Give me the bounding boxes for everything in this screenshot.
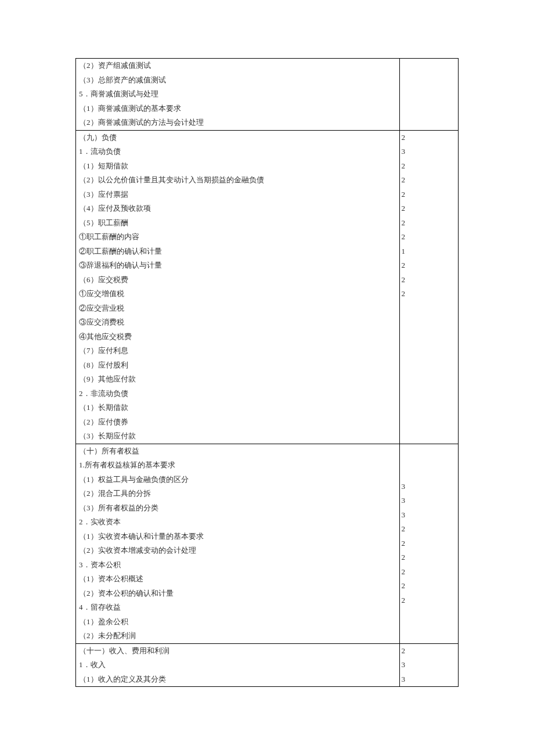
- content-cell: （十一）收入、费用和利润1．收入（1）收入的定义及其分类: [76, 643, 400, 687]
- value-item: 2: [400, 565, 458, 579]
- outline-item: （3）所有者权益的分类: [76, 501, 399, 516]
- value-item: 2: [400, 579, 458, 593]
- value-item: 3: [400, 145, 458, 159]
- outline-item: （1）长期借款: [76, 401, 399, 415]
- value-item: 1: [400, 244, 458, 259]
- outline-item: （九）负债: [76, 131, 399, 145]
- outline-item: （3）总部资产的减值测试: [76, 73, 399, 88]
- outline-item: （8）应付股利: [76, 358, 399, 373]
- outline-item: （2）资本公积的确认和计量: [76, 586, 399, 601]
- outline-item: （2）商誉减值测试的方法与会计处理: [76, 116, 399, 130]
- value-cell: [400, 59, 459, 131]
- value-item: 2: [400, 159, 458, 174]
- outline-item: （1）权益工具与金融负债的区分: [76, 473, 399, 487]
- value-item: 2: [400, 188, 458, 202]
- content-cell: （十）所有者权益1.所有者权益核算的基本要求（1）权益工具与金融负债的区分（2）…: [76, 444, 400, 643]
- value-item: 2: [400, 522, 458, 537]
- table-row: （2）资产组减值测试（3）总部资产的减值测试5．商誉减值测试与处理（1）商誉减值…: [76, 59, 459, 131]
- outline-item: （2）以公允价值计量且其变动计入当期损益的金融负债: [76, 173, 399, 188]
- outline-item: （4）应付及预收款项: [76, 201, 399, 216]
- outline-item: （1）商誉减值测试的基本要求: [76, 102, 399, 116]
- outline-item: （2）资产组减值测试: [76, 59, 399, 73]
- value-item: 3: [400, 480, 458, 494]
- table-row: （十）所有者权益1.所有者权益核算的基本要求（1）权益工具与金融负债的区分（2）…: [76, 444, 459, 643]
- outline-item: （7）应付利息: [76, 344, 399, 358]
- outline-item: （十一）收入、费用和利润: [76, 644, 399, 658]
- value-item: 2: [400, 537, 458, 551]
- table-row: （十一）收入、费用和利润1．收入（1）收入的定义及其分类233: [76, 643, 459, 687]
- content-cell: （2）资产组减值测试（3）总部资产的减值测试5．商誉减值测试与处理（1）商誉减值…: [76, 59, 400, 131]
- outline-item: ③应交消费税: [76, 315, 399, 330]
- outline-item: 4．留存收益: [76, 600, 399, 615]
- outline-item: 1．流动负债: [76, 145, 399, 159]
- content-cell: （九）负债1．流动负债（1）短期借款（2）以公允价值计量且其变动计入当期损益的金…: [76, 130, 400, 444]
- value-item: 2: [400, 173, 458, 188]
- value-cell: 233: [400, 643, 459, 687]
- value-item: 2: [400, 131, 458, 145]
- outline-item: ②职工薪酬的确认和计量: [76, 244, 399, 259]
- table-row: （九）负债1．流动负债（1）短期借款（2）以公允价值计量且其变动计入当期损益的金…: [76, 130, 459, 444]
- document-page: （2）资产组减值测试（3）总部资产的减值测试5．商誉减值测试与处理（1）商誉减值…: [0, 0, 534, 745]
- outline-item: （1）短期借款: [76, 159, 399, 174]
- outline-item: （2）应付债券: [76, 415, 399, 430]
- value-cell: 232222221222: [400, 130, 459, 444]
- outline-item: （十）所有者权益: [76, 444, 399, 459]
- outline-item: （1）资本公积概述: [76, 572, 399, 586]
- outline-item: （6）应交税费: [76, 273, 399, 287]
- outline-item: ①职工薪酬的内容: [76, 230, 399, 244]
- value-item: 3: [400, 658, 458, 672]
- outline-item: （1）盈余公积: [76, 615, 399, 629]
- outline-item: （5）职工薪酬: [76, 216, 399, 231]
- outline-item: ③辞退福利的确认与计量: [76, 258, 399, 273]
- value-item: 2: [400, 216, 458, 231]
- outline-item: （9）其他应付款: [76, 372, 399, 387]
- outline-item: 3．资本公积: [76, 558, 399, 573]
- outline-item: 2．实收资本: [76, 515, 399, 530]
- outline-item: （3）长期应付款: [76, 429, 399, 444]
- outline-item: （2）实收资本增减变动的会计处理: [76, 543, 399, 558]
- value-cell: 333222222: [400, 444, 459, 643]
- value-item: 2: [400, 593, 458, 608]
- value-item: 3: [400, 494, 458, 508]
- value-item: 2: [400, 287, 458, 301]
- value-item: 2: [400, 550, 458, 565]
- outline-item: 1．收入: [76, 658, 399, 672]
- value-item: 3: [400, 672, 458, 687]
- outline-item: （1）收入的定义及其分类: [76, 672, 399, 687]
- value-item: 3: [400, 508, 458, 523]
- outline-table: （2）资产组减值测试（3）总部资产的减值测试5．商誉减值测试与处理（1）商誉减值…: [75, 58, 459, 687]
- value-item: 2: [400, 258, 458, 273]
- outline-item: 2．非流动负债: [76, 387, 399, 401]
- value-item: 2: [400, 273, 458, 287]
- outline-item: ④其他应交税费: [76, 330, 399, 344]
- outline-item: （1）实收资本确认和计量的基本要求: [76, 530, 399, 544]
- outline-item: ①应交增值税: [76, 287, 399, 301]
- value-item: 2: [400, 644, 458, 658]
- value-item: 2: [400, 201, 458, 216]
- outline-item: ②应交营业税: [76, 301, 399, 316]
- outline-item: （3）应付票据: [76, 188, 399, 202]
- outline-item: 5．商誉减值测试与处理: [76, 87, 399, 102]
- value-item: 2: [400, 230, 458, 244]
- outline-item: （2）未分配利润: [76, 629, 399, 643]
- outline-item: 1.所有者权益核算的基本要求: [76, 458, 399, 473]
- outline-item: （2）混合工具的分拆: [76, 487, 399, 501]
